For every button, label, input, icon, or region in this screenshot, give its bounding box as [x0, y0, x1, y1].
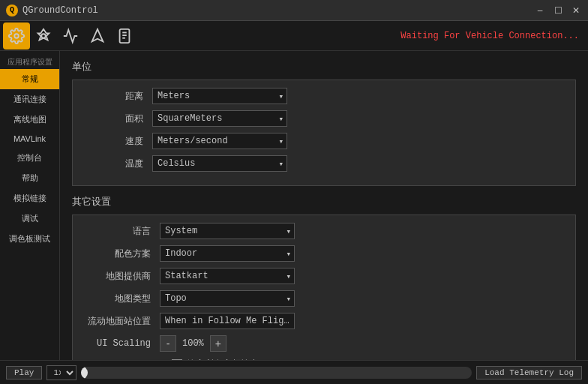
- color-scheme-select-wrapper: Indoor Outdoor: [160, 245, 295, 262]
- map-provider-label: 地图提供商: [85, 270, 160, 283]
- sidebar-item-palette-test[interactable]: 调色板测试: [0, 229, 59, 249]
- load-telemetry-button[interactable]: Load Telemetry Log: [476, 366, 582, 380]
- map-type-select[interactable]: Topo Normal Satellite: [160, 290, 295, 307]
- vehicle-setup-button[interactable]: [30, 22, 57, 50]
- language-select-wrapper: System English Chinese: [160, 223, 295, 239]
- toolbar: Waiting For Vehicle Connection...: [0, 21, 588, 51]
- units-section-title: 单位: [72, 60, 576, 74]
- distance-select-wrapper: Meters Feet: [152, 88, 287, 104]
- temperature-row: 温度 Celsius Fahrenheit: [85, 155, 563, 172]
- area-select-wrapper: SquareMeters SquareFeet: [152, 110, 287, 127]
- analyze-button[interactable]: [111, 22, 138, 50]
- sidebar-item-general[interactable]: 常规: [0, 69, 59, 89]
- map-provider-select[interactable]: Statkart Google OpenStreetMap: [160, 268, 295, 284]
- sidebar-item-offline-maps[interactable]: 离线地图: [0, 110, 59, 130]
- app-settings-button[interactable]: [3, 22, 30, 50]
- close-button[interactable]: ✕: [570, 4, 582, 16]
- map-type-select-wrapper: Topo Normal Satellite: [160, 290, 295, 307]
- svg-point-0: [14, 34, 19, 38]
- plan-button[interactable]: [57, 22, 84, 50]
- area-select[interactable]: SquareMeters SquareFeet: [152, 110, 287, 127]
- language-select[interactable]: System English Chinese: [160, 223, 295, 239]
- units-panel: 距离 Meters Feet 面积 SquareMeters SquareFee…: [72, 80, 576, 186]
- speed-label: 速度: [85, 135, 152, 148]
- title-bar: Q QGroundControl – ☐ ✕: [0, 0, 588, 21]
- temperature-label: 温度: [85, 158, 152, 170]
- sidebar-item-comms[interactable]: 通讯连接: [0, 89, 59, 110]
- progress-bar[interactable]: [81, 367, 472, 379]
- scale-value: 100%: [176, 338, 210, 349]
- color-scheme-label: 配色方案: [85, 248, 160, 260]
- map-type-row: 地图类型 Topo Normal Satellite: [85, 290, 563, 307]
- map-type-label: 地图类型: [85, 292, 160, 305]
- content-area: 单位 距离 Meters Feet 面积 SquareMeters Square…: [60, 51, 588, 360]
- scale-plus-button[interactable]: +: [210, 335, 226, 352]
- progress-thumb: [81, 367, 88, 379]
- speed-select[interactable]: Meters/second Feet/second Miles/hour: [152, 133, 287, 149]
- sidebar-item-mavlink[interactable]: MAVLink: [0, 130, 59, 148]
- distance-label: 距离: [85, 90, 152, 103]
- temperature-select-wrapper: Celsius Fahrenheit: [152, 155, 287, 172]
- sidebar-item-debug[interactable]: 调试: [0, 208, 59, 229]
- play-button[interactable]: Play: [6, 366, 42, 380]
- ui-scaling-row: UI Scaling - 100% +: [85, 335, 563, 352]
- other-panel: 语言 System English Chinese 配色方案 Indoor Ou…: [72, 214, 576, 360]
- sidebar: 应用程序设置 常规 通讯连接 离线地图 MAVLink 控制台 帮助 模拟链接 …: [0, 51, 60, 360]
- app-title: QGroundControl: [22, 5, 98, 16]
- speed-select[interactable]: 1x 2x 0.5x: [46, 365, 76, 380]
- sidebar-item-mock-link[interactable]: 模拟链接: [0, 188, 59, 208]
- color-scheme-row: 配色方案 Indoor Outdoor: [85, 245, 563, 262]
- main-layout: 应用程序设置 常规 通讯连接 离线地图 MAVLink 控制台 帮助 模拟链接 …: [0, 51, 588, 360]
- sidebar-item-console[interactable]: 控制台: [0, 148, 59, 168]
- language-row: 语言 System English Chinese: [85, 223, 563, 239]
- color-scheme-select[interactable]: Indoor Outdoor: [160, 245, 295, 262]
- sidebar-section-title: 应用程序设置: [0, 54, 59, 69]
- follow-me-row: 流动地面站位置: [85, 313, 563, 329]
- area-label: 面积: [85, 112, 152, 125]
- language-label: 语言: [85, 225, 160, 238]
- distance-row: 距离 Meters Feet: [85, 88, 563, 104]
- map-provider-row: 地图提供商 Statkart Google OpenStreetMap: [85, 268, 563, 284]
- temperature-select[interactable]: Celsius Fahrenheit: [152, 155, 287, 172]
- fly-button[interactable]: [84, 22, 111, 50]
- follow-me-input[interactable]: [160, 313, 295, 329]
- other-section-title: 其它设置: [72, 195, 576, 208]
- app-icon: Q: [6, 4, 18, 16]
- follow-me-label: 流动地面站位置: [85, 315, 160, 328]
- scale-minus-button[interactable]: -: [160, 335, 176, 352]
- minimize-button[interactable]: –: [534, 4, 546, 16]
- connection-status: Waiting For Vehicle Connection...: [400, 31, 585, 41]
- speed-select-wrapper: Meters/second Feet/second Miles/hour: [152, 133, 287, 149]
- bottom-bar: Play 1x 2x 0.5x Load Telemetry Log: [0, 360, 588, 384]
- sidebar-item-help[interactable]: 帮助: [0, 168, 59, 188]
- maximize-button[interactable]: ☐: [552, 4, 564, 16]
- speed-row: 速度 Meters/second Feet/second Miles/hour: [85, 133, 563, 149]
- map-provider-select-wrapper: Statkart Google OpenStreetMap: [160, 268, 295, 284]
- distance-select[interactable]: Meters Feet: [152, 88, 287, 104]
- area-row: 面积 SquareMeters SquareFeet: [85, 110, 563, 127]
- window-controls: – ☐ ✕: [534, 4, 582, 16]
- ui-scaling-label: UI Scaling: [85, 338, 160, 349]
